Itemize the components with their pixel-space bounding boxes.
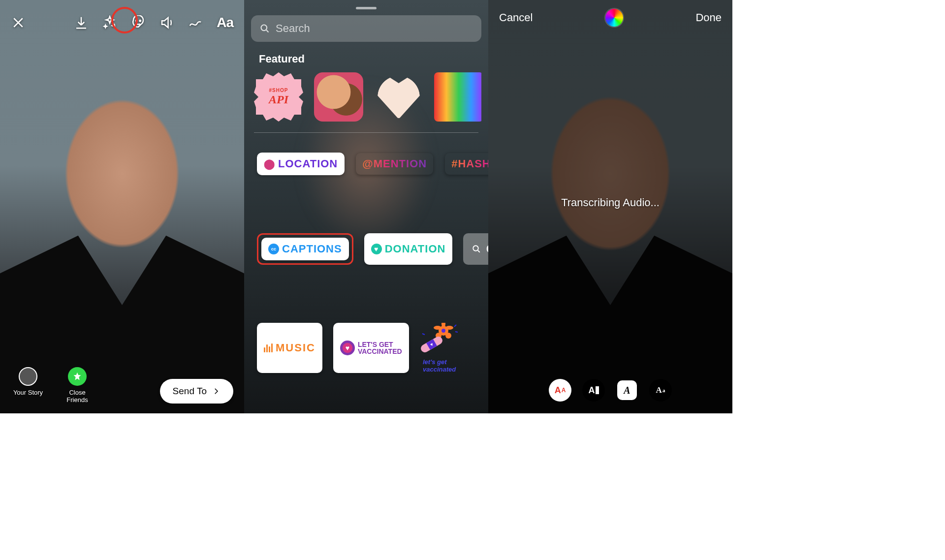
sticker-picker-panel: Search Featured #SHOPAPI ⬤ LOCATION @MEN… [244,0,488,413]
caption-style-4[interactable]: Aa [649,379,672,402]
sheet-grabber[interactable] [356,7,377,9]
caption-style-2[interactable]: A [582,379,605,402]
divider [254,132,478,133]
avatar-icon [19,367,37,386]
chip-label: @MENTION [362,157,427,170]
picker-sheet: Search Featured #SHOPAPI ⬤ LOCATION @MEN… [244,0,488,413]
share-label: Your Story [13,389,43,396]
share-label: Close Friends [60,389,94,404]
close-icon[interactable] [11,15,26,30]
chip-label: #HASHTAG [451,157,488,170]
caption-style-3[interactable]: A [616,379,638,402]
cc-badge-icon: cc [268,244,279,254]
sticker-icon-highlight [111,7,138,33]
search-icon [472,245,481,253]
sticker-shop-api[interactable]: #SHOPAPI [254,72,303,122]
chip-hashtag[interactable]: #HASHTAG [444,153,488,175]
music-bars-icon [264,343,273,352]
chip-gif[interactable]: GI [463,233,488,265]
svg-point-10 [441,329,445,333]
sticker-vaccine-flower[interactable]: ♥ let's get vaccinated [420,323,459,373]
sticker-rainbow[interactable] [434,72,481,122]
featured-sticker-row: #SHOPAPI [251,72,481,132]
vaccine-badge-icon: ♥ [340,341,355,355]
sticker-label: let's get vaccinated [423,358,456,373]
caption-top-bar: Cancel Done [499,9,722,27]
chip-captions-highlight: cc CAPTIONS [257,233,353,265]
sticker-heart-family[interactable] [374,72,423,122]
chip-location[interactable]: ⬤ LOCATION [257,153,345,175]
chip-label: LOCATION [278,157,338,170]
chip-label: DONATION [385,243,446,255]
transcribing-panel: Cancel Done Transcribing Audio... AA A A… [488,0,732,413]
chevron-right-icon [212,387,220,396]
chip-vaccinated[interactable]: ♥ LET'S GET VACCINATED [333,323,409,373]
share-your-story[interactable]: Your Story [11,367,45,404]
share-close-friends[interactable]: Close Friends [60,367,94,404]
chip-label: MUSIC [276,342,315,354]
cancel-button[interactable]: Cancel [499,11,533,24]
send-to-button[interactable]: Send To [160,379,233,404]
download-icon[interactable] [74,15,89,30]
flower-bandaid-icon: ♥ [420,323,459,357]
caption-style-row: AA A A Aa [488,379,732,402]
transcribing-status: Transcribing Audio... [561,196,660,209]
search-icon [260,24,270,33]
done-button[interactable]: Done [695,11,722,24]
color-wheel-button[interactable] [605,9,623,27]
send-to-label: Send To [173,386,207,397]
chip-music[interactable]: MUSIC [257,323,322,373]
sticker-family-hug[interactable] [314,72,363,122]
audio-icon[interactable] [159,15,174,30]
location-pin-icon: ⬤ [264,158,275,170]
svg-point-3 [473,246,479,251]
chip-donation[interactable]: ♥ DONATION [364,233,453,265]
caption-style-1[interactable]: AA [549,379,571,402]
chip-mention[interactable]: @MENTION [355,153,434,175]
svg-point-1 [140,20,141,22]
story-editor-panel: Aa Your Story Close Friends Send To [0,0,244,413]
close-friends-icon [68,367,87,386]
svg-point-9 [434,326,441,330]
heart-icon: ♥ [371,244,382,254]
svg-point-7 [445,333,451,339]
chip-captions[interactable]: cc CAPTIONS [261,238,349,260]
draw-icon[interactable] [188,15,203,30]
search-placeholder: Search [276,22,310,35]
chip-label: CAPTIONS [282,243,342,255]
svg-point-6 [445,326,453,330]
featured-heading: Featured [259,53,481,65]
chip-label: LET'S GET VACCINATED [358,341,402,355]
text-icon[interactable]: Aa [217,15,233,31]
svg-point-2 [261,25,267,31]
sticker-chip-grid: ⬤ LOCATION @MENTION #HASHTAG cc CAPTIONS [251,153,481,373]
editor-bottom-bar: Your Story Close Friends Send To [11,367,233,404]
sticker-search[interactable]: Search [251,15,481,42]
